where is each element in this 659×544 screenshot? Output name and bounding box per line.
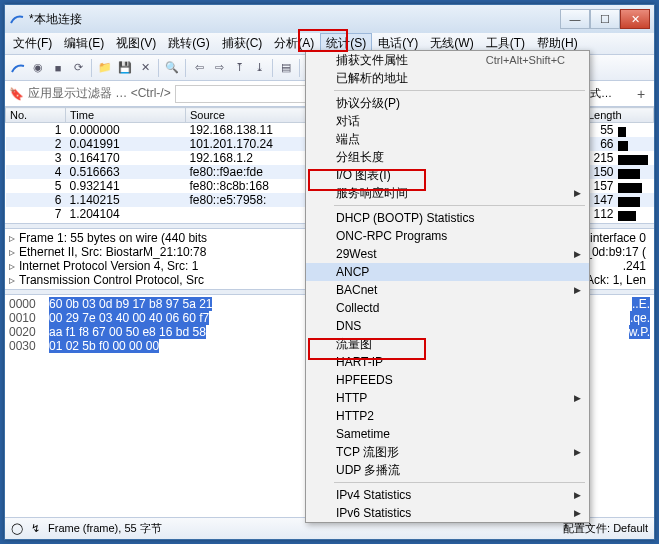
minimize-button[interactable]: —	[560, 9, 590, 29]
mi-oncrpc[interactable]: ONC-RPC Programs	[306, 227, 589, 245]
detail-frame[interactable]: Frame 1: 55 bytes on wire (440 bits	[19, 231, 207, 245]
mi-resolved-addr[interactable]: 已解析的地址	[306, 69, 589, 87]
bookmark-icon[interactable]: 🔖	[9, 87, 24, 101]
mi-flow-graph[interactable]: 流量图	[306, 335, 589, 353]
mi-dns[interactable]: DNS	[306, 317, 589, 335]
status-profile[interactable]: 配置文件: Default	[563, 521, 648, 536]
close-file-icon[interactable]: ✕	[136, 59, 154, 77]
goto-icon[interactable]: ⤒	[230, 59, 248, 77]
mi-capture-props[interactable]: 捕获文件属性Ctrl+Alt+Shift+C	[306, 51, 589, 69]
add-button[interactable]: +	[632, 86, 650, 102]
mi-29west[interactable]: 29West▶	[306, 245, 589, 263]
col-no[interactable]: No.	[6, 108, 66, 123]
mi-conversations[interactable]: 对话	[306, 112, 589, 130]
mi-collectd[interactable]: Collectd	[306, 299, 589, 317]
restart-icon[interactable]: ■	[49, 59, 67, 77]
mi-udp-multicast[interactable]: UDP 多播流	[306, 461, 589, 479]
shark-icon[interactable]	[9, 59, 27, 77]
detail-eth[interactable]: Ethernet II, Src: BiostarM_21:10:78	[19, 245, 206, 259]
maximize-button[interactable]: ☐	[590, 9, 620, 29]
window-title: *本地连接	[29, 11, 560, 28]
search-icon[interactable]: 🔍	[163, 59, 181, 77]
mi-bacnet[interactable]: BACnet▶	[306, 281, 589, 299]
mi-hartip[interactable]: HART-IP	[306, 353, 589, 371]
mi-http2[interactable]: HTTP2	[306, 407, 589, 425]
mi-packet-lengths[interactable]: 分组长度	[306, 148, 589, 166]
status-icon[interactable]: ◯	[11, 522, 23, 535]
mi-http[interactable]: HTTP▶	[306, 389, 589, 407]
menu-file[interactable]: 文件(F)	[7, 33, 58, 54]
mi-ipv6-stats[interactable]: IPv6 Statistics▶	[306, 504, 589, 522]
menu-go[interactable]: 跳转(G)	[162, 33, 215, 54]
menu-capture[interactable]: 捕获(C)	[216, 33, 269, 54]
status-frame: Frame (frame), 55 字节	[48, 521, 162, 536]
forward-icon[interactable]: ⇨	[210, 59, 228, 77]
app-icon	[9, 11, 25, 27]
back-icon[interactable]: ⇦	[190, 59, 208, 77]
stop-icon[interactable]: ◉	[29, 59, 47, 77]
filter-label: 应用显示过滤器 … <Ctrl-/>	[28, 85, 171, 102]
mi-hpfeeds[interactable]: HPFEEDS	[306, 371, 589, 389]
close-button[interactable]: ✕	[620, 9, 650, 29]
detail-ip[interactable]: Internet Protocol Version 4, Src: 1	[19, 259, 198, 273]
menu-edit[interactable]: 编辑(E)	[58, 33, 110, 54]
first-icon[interactable]: ⤓	[250, 59, 268, 77]
save-icon[interactable]: 💾	[116, 59, 134, 77]
col-time[interactable]: Time	[66, 108, 186, 123]
status-wand-icon[interactable]: ↯	[31, 522, 40, 535]
col-length[interactable]: Length	[584, 108, 654, 123]
mi-tcp-stream[interactable]: TCP 流图形▶	[306, 443, 589, 461]
mi-sametime[interactable]: Sametime	[306, 425, 589, 443]
statistics-menu: 捕获文件属性Ctrl+Alt+Shift+C 已解析的地址 协议分级(P) 对话…	[305, 50, 590, 523]
open-icon[interactable]: 📁	[96, 59, 114, 77]
autoscroll-icon[interactable]: ▤	[277, 59, 295, 77]
mi-dhcp[interactable]: DHCP (BOOTP) Statistics	[306, 209, 589, 227]
menu-view[interactable]: 视图(V)	[110, 33, 162, 54]
mi-protocol-hierarchy[interactable]: 协议分级(P)	[306, 94, 589, 112]
detail-tcp[interactable]: Transmission Control Protocol, Src	[19, 273, 204, 287]
mi-service-response[interactable]: 服务响应时间▶	[306, 184, 589, 202]
mi-io-graph[interactable]: I/O 图表(I)	[306, 166, 589, 184]
mi-endpoints[interactable]: 端点	[306, 130, 589, 148]
mi-ipv4-stats[interactable]: IPv4 Statistics▶	[306, 486, 589, 504]
mi-ancp[interactable]: ANCP	[306, 263, 589, 281]
reload-icon[interactable]: ⟳	[69, 59, 87, 77]
